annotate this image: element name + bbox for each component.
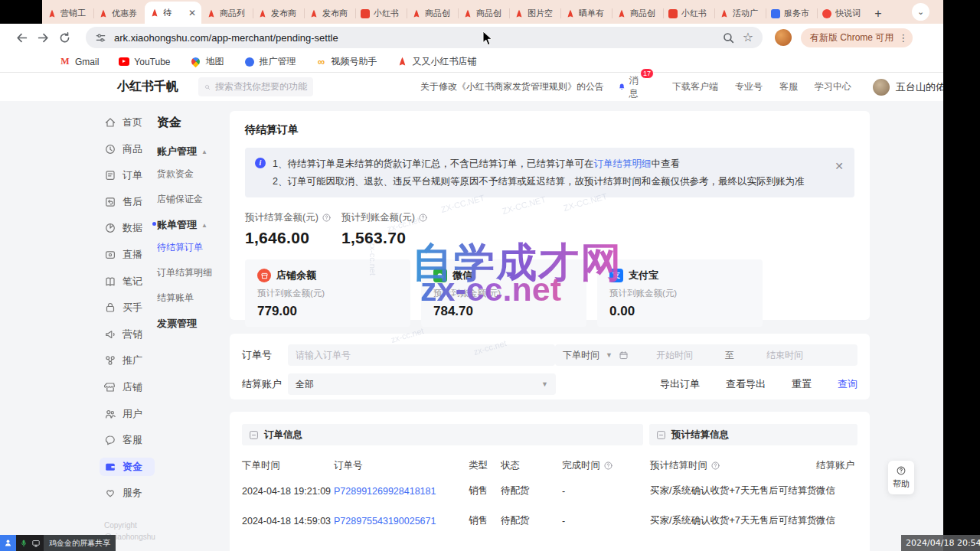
question-icon (896, 465, 906, 476)
close-tab-icon[interactable]: ✕ (188, 8, 196, 18)
bookmark-promotion[interactable]: 推广管理 (244, 55, 296, 68)
query-button[interactable]: 查询 (838, 377, 858, 391)
announcement-link[interactable]: 关于修改《小红书商家发货管理规则》的公告 (420, 80, 604, 93)
menu-kebab-icon[interactable]: ⋮ (898, 32, 908, 44)
bookmark-star-icon[interactable]: ☆ (743, 31, 753, 44)
time-type-select[interactable]: 下单时间 (563, 349, 599, 362)
address-bar[interactable]: ark.xiaohongshu.com/app-merchant/pending… (86, 27, 763, 48)
sidebar-item-orders[interactable]: 订单 (100, 166, 155, 184)
sidebar-item-data[interactable]: 数据 (100, 219, 155, 237)
settle-account-select[interactable]: 全部 ▼ (288, 373, 556, 395)
tab-label: 小红书 (374, 8, 401, 19)
sidebar-item-marketing[interactable]: 营销 (100, 325, 155, 344)
nav-learning-center[interactable]: 学习中心 (815, 80, 851, 93)
sidebar-item-shop[interactable]: 店铺 (100, 378, 155, 396)
tab-label: 待 (163, 7, 185, 18)
sidebar-item-home[interactable]: 首页 (100, 113, 155, 132)
date-range-picker[interactable]: 下单时间 ▼ 开始时间 至 结束时间 (555, 344, 858, 366)
tab-5[interactable]: 发布商 (304, 3, 355, 24)
sidebar-item-notes[interactable]: 笔记 (100, 272, 155, 291)
tab-11[interactable]: 商品创 (612, 3, 663, 24)
sail-icon (463, 9, 472, 18)
bookmark-maps[interactable]: 地图 (191, 55, 224, 68)
sidebar-item-users[interactable]: 用户 (100, 405, 155, 423)
submenu-group-bills[interactable]: 账单管理▲ (157, 218, 226, 232)
sidebar-item-aftersale[interactable]: 售后 (100, 193, 155, 211)
collapse-icon[interactable] (249, 430, 259, 440)
question-icon[interactable] (603, 461, 613, 471)
order-id-link[interactable]: P728991269928418181 (334, 486, 469, 497)
chrome-update-button[interactable]: 有新版 Chrome 可用 ⋮ (801, 28, 913, 47)
question-icon[interactable] (418, 213, 428, 223)
bookmark-channels-helper[interactable]: ∞视频号助手 (316, 55, 377, 68)
tab-8[interactable]: 商品创 (458, 3, 509, 24)
reload-button[interactable] (54, 27, 75, 48)
tab-3[interactable]: 商品列 (201, 3, 253, 24)
submenu-item-payment-funds[interactable]: 货款资金 (157, 168, 226, 181)
tab-4[interactable]: 发布商 (253, 3, 304, 24)
sidebar-item-funds[interactable]: 资金 (100, 458, 155, 476)
tab-search-chevron-icon[interactable]: ⌄ (912, 3, 929, 21)
submenu-item-deposit[interactable]: 店铺保证金 (157, 193, 226, 206)
submenu-group-account[interactable]: 账户管理▲ (157, 145, 226, 158)
bookmark-gmail[interactable]: MGmail (60, 57, 99, 67)
browser-window: 营销工 优惠券 待✕ 商品列 发布商 发布商 小红书 商品创 商品创 图片空 晒… (0, 0, 943, 551)
view-export-button[interactable]: 查看导出 (726, 377, 766, 391)
account-value: 0.00 (609, 304, 750, 319)
settle-detail-link[interactable]: 订单结算明细 (593, 158, 651, 169)
col-order-id: 订单号 (334, 459, 469, 472)
export-orders-button[interactable]: 导出订单 (660, 377, 700, 391)
submenu-group-invoice[interactable]: 发票管理 (157, 317, 226, 331)
question-icon[interactable] (710, 461, 720, 471)
tab-6[interactable]: 小红书 (355, 3, 407, 24)
order-no-input[interactable] (288, 344, 555, 366)
bell-icon (618, 81, 626, 93)
group-order-info: 订单信息 (242, 424, 643, 445)
site-controls-icon[interactable] (95, 32, 106, 44)
order-id-link[interactable]: P728975543190025671 (334, 516, 469, 527)
tab-0[interactable]: 营销工 (42, 3, 93, 24)
reset-button[interactable]: 重置 (792, 377, 812, 391)
end-time-input[interactable]: 结束时间 (766, 349, 803, 362)
sidebar-item-services[interactable]: 服务 (100, 484, 155, 502)
start-time-input[interactable]: 开始时间 (656, 349, 693, 362)
nav-download-client[interactable]: 下载客户端 (672, 80, 718, 93)
tab-10[interactable]: 晒单有 (560, 3, 612, 24)
bookmark-xhs-shop[interactable]: 又又小红书店铺 (397, 55, 477, 68)
tab-14[interactable]: 服务市 (766, 3, 817, 24)
tab-2-active[interactable]: 待✕ (145, 2, 201, 24)
header-search-input[interactable]: 搜索查找你想要的功能 (198, 77, 313, 96)
question-icon[interactable] (322, 213, 332, 223)
tab-7[interactable]: 商品创 (407, 3, 458, 24)
close-icon[interactable]: ✕ (835, 157, 844, 176)
nav-customer-service[interactable]: 客服 (779, 80, 798, 93)
update-label: 有新版 Chrome 可用 (810, 31, 893, 44)
profile-avatar[interactable] (775, 29, 792, 46)
url-text[interactable]: ark.xiaohongshu.com/app-merchant/pending… (114, 32, 713, 44)
account-card-wechat: 微信 预计到账金额(元) 784.70 (421, 259, 586, 327)
back-button[interactable] (11, 27, 32, 48)
forward-button[interactable] (32, 27, 54, 48)
bookmark-youtube[interactable]: YouTube (119, 57, 170, 67)
submenu-item-settle-detail[interactable]: 订单结算明细 (157, 266, 226, 279)
messages-item[interactable]: 消息 17 (618, 74, 642, 100)
tab-13[interactable]: 活动广 (714, 3, 766, 24)
sidebar-item-promotion[interactable]: 推广 (100, 351, 155, 370)
collapse-icon[interactable] (656, 430, 666, 440)
nav-professional-account[interactable]: 专业号 (735, 80, 763, 93)
sidebar-item-goods[interactable]: 商品 (100, 140, 155, 158)
help-float-button[interactable]: 帮助 (888, 461, 914, 494)
tab-label: 营销工 (60, 8, 88, 19)
tab-9[interactable]: 图片空 (509, 3, 560, 24)
sidebar-item-service[interactable]: 客服 (100, 431, 155, 449)
tab-1[interactable]: 优惠券 (93, 3, 145, 24)
new-tab-button[interactable]: + (868, 3, 888, 24)
sidebar-item-live[interactable]: 直播 (100, 246, 155, 264)
tab-12[interactable]: 小红书 (663, 3, 714, 24)
submenu-item-settle-bill[interactable]: 结算账单 (157, 292, 226, 305)
submenu-item-pending-settle[interactable]: 待结算订单 (157, 241, 226, 254)
tab-15[interactable]: 快说词 (817, 3, 868, 24)
sidebar-item-buyer[interactable]: 买手 (100, 298, 155, 317)
store-account[interactable]: 五台山的佑佑的店 ▼ (873, 79, 943, 96)
search-icon[interactable] (722, 31, 735, 44)
